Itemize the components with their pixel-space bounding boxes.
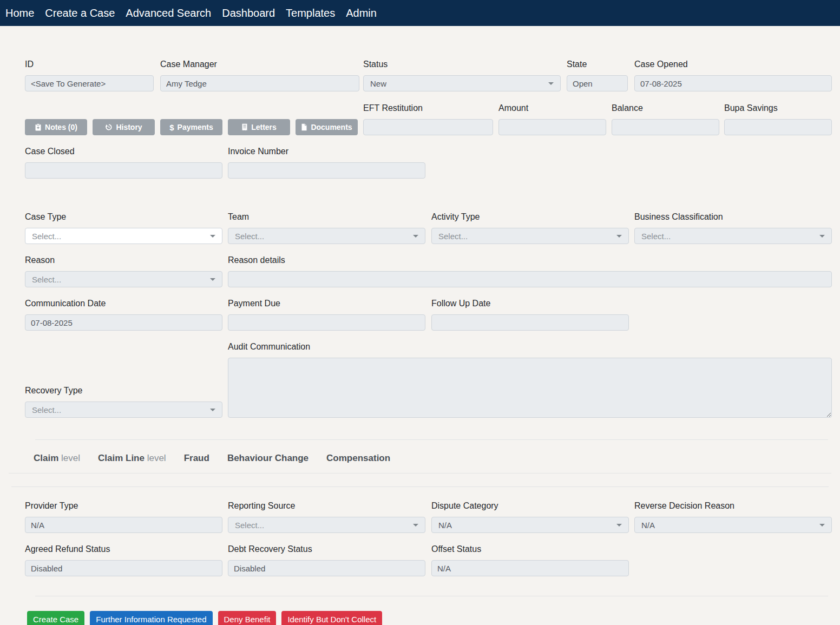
chevron-down-icon: [210, 278, 215, 281]
notes-button[interactable]: Notes (0): [25, 119, 87, 135]
dates-row: Communication Date Payment Due Follow Up…: [25, 299, 832, 331]
field-dispute-category: Dispute Category N/A: [431, 501, 629, 533]
offset-status-label: Offset Status: [431, 544, 629, 554]
follow-up-date-input[interactable]: [431, 314, 629, 331]
business-classification-select[interactable]: Select...: [634, 228, 832, 244]
reverse-decision-reason-value: N/A: [641, 521, 655, 530]
field-team: Team Select...: [228, 212, 425, 244]
team-label: Team: [228, 212, 425, 222]
nav-item-home[interactable]: Home: [0, 0, 40, 26]
case-type-placeholder: Select...: [32, 232, 61, 241]
nav-item-dashboard[interactable]: Dashboard: [216, 0, 280, 26]
recovery-type-select[interactable]: Select...: [25, 402, 222, 418]
claim-panel-row-2: Agreed Refund Status Debt Recovery Statu…: [25, 544, 832, 576]
payments-button[interactable]: $ Payments: [160, 119, 222, 135]
chevron-down-icon: [819, 524, 825, 527]
chevron-down-icon: [413, 235, 418, 238]
business-classification-label: Business Classification: [634, 212, 832, 222]
payment-due-input[interactable]: [228, 314, 425, 331]
claim-tabs: Claim level Claim Line level Fraud Behav…: [34, 452, 832, 465]
deny-benefit-button[interactable]: Deny Benefit: [218, 611, 277, 625]
claim-panel-row-1: Provider Type Reporting Source Select...…: [25, 501, 832, 533]
nav-item-admin[interactable]: Admin: [340, 0, 382, 26]
offset-status-input[interactable]: [431, 560, 629, 576]
state-label: State: [567, 60, 628, 69]
field-payment-due: Payment Due: [228, 299, 425, 331]
payment-due-label: Payment Due: [228, 299, 425, 308]
history-button[interactable]: History: [93, 119, 155, 135]
reason-label: Reason: [25, 255, 222, 265]
tab-compensation[interactable]: Compensation: [326, 452, 390, 465]
field-case-closed: Case Closed: [25, 147, 222, 179]
identify-but-dont-collect-button[interactable]: Identify But Don't Collect: [281, 611, 382, 625]
audit-communication-textarea[interactable]: [228, 358, 832, 418]
tab-claim-level[interactable]: Claim level: [34, 452, 80, 465]
provider-type-input[interactable]: [25, 517, 222, 533]
bupa-savings-input[interactable]: [724, 119, 832, 135]
case-manager-input[interactable]: [160, 75, 359, 91]
reporting-source-placeholder: Select...: [235, 521, 264, 530]
activity-type-placeholder: Select...: [438, 232, 468, 241]
amount-input[interactable]: [498, 119, 606, 135]
eft-restitution-label: EFT Restitution: [363, 103, 493, 113]
reporting-source-select[interactable]: Select...: [228, 517, 425, 533]
invoice-number-input[interactable]: [228, 162, 425, 179]
tab-label-rest: level: [58, 453, 80, 463]
id-label: ID: [25, 60, 154, 69]
tab-fraud[interactable]: Fraud: [184, 452, 209, 465]
activity-type-select[interactable]: Select...: [431, 228, 629, 244]
debt-recovery-status-input[interactable]: [228, 560, 425, 576]
nav-item-advanced-search[interactable]: Advanced Search: [120, 0, 216, 26]
communication-date-input[interactable]: [25, 314, 222, 331]
nav-item-templates[interactable]: Templates: [280, 0, 340, 26]
reverse-decision-reason-select[interactable]: N/A: [634, 517, 832, 533]
chevron-down-icon: [616, 235, 622, 238]
dispute-category-value: N/A: [438, 521, 452, 530]
field-state: State: [567, 60, 628, 91]
field-agreed-refund-status: Agreed Refund Status: [25, 544, 222, 576]
notes-button-label: Notes (0): [45, 123, 77, 131]
documents-button[interactable]: Documents: [296, 119, 358, 135]
case-closed-input[interactable]: [25, 162, 222, 179]
state-input[interactable]: [567, 75, 628, 91]
eft-restitution-input[interactable]: [363, 119, 493, 135]
divider: [35, 439, 828, 440]
create-case-button[interactable]: Create Case: [27, 611, 84, 625]
nav-item-create-a-case[interactable]: Create a Case: [40, 0, 120, 26]
recovery-type-placeholder: Select...: [32, 405, 61, 415]
amount-label: Amount: [498, 103, 606, 113]
field-invoice-number: Invoice Number: [228, 147, 425, 179]
reason-details-label: Reason details: [228, 255, 832, 265]
reason-select[interactable]: Select...: [25, 271, 222, 287]
field-case-opened: Case Opened: [634, 60, 832, 91]
chevron-down-icon: [210, 235, 215, 238]
letters-button[interactable]: Letters: [228, 119, 290, 135]
field-reverse-decision-reason: Reverse Decision Reason N/A: [634, 501, 832, 533]
field-eft-restitution: EFT Restitution: [363, 103, 493, 135]
reason-details-input[interactable]: [228, 271, 832, 287]
field-audit-communication: Audit Communication: [228, 342, 832, 418]
agreed-refund-status-input[interactable]: [25, 560, 222, 576]
case-type-select[interactable]: Select...: [25, 228, 222, 244]
debt-recovery-status-label: Debt Recovery Status: [228, 544, 425, 554]
id-input[interactable]: [25, 75, 154, 91]
team-select[interactable]: Select...: [228, 228, 425, 244]
field-provider-type: Provider Type: [25, 501, 222, 533]
chevron-down-icon: [548, 82, 554, 85]
balance-input[interactable]: [612, 119, 719, 135]
tab-label-strong: Claim Line: [98, 453, 145, 463]
further-information-requested-button[interactable]: Further Information Requested: [90, 611, 212, 625]
case-opened-input[interactable]: [634, 75, 832, 91]
tab-label-strong: Fraud: [184, 453, 209, 463]
tab-claim-line-level[interactable]: Claim Line level: [98, 452, 166, 465]
reverse-decision-reason-label: Reverse Decision Reason: [634, 501, 832, 511]
tab-behaviour-change[interactable]: Behaviour Change: [227, 452, 309, 465]
field-reason-details: Reason details: [228, 255, 832, 287]
provider-type-label: Provider Type: [25, 501, 222, 511]
bupa-savings-label: Bupa Savings: [724, 103, 832, 113]
status-select[interactable]: New: [363, 75, 561, 91]
dispute-category-select[interactable]: N/A: [431, 517, 629, 533]
field-reporting-source: Reporting Source Select...: [228, 501, 425, 533]
payments-button-label: Payments: [178, 123, 213, 131]
field-case-manager: Case Manager: [160, 60, 359, 91]
